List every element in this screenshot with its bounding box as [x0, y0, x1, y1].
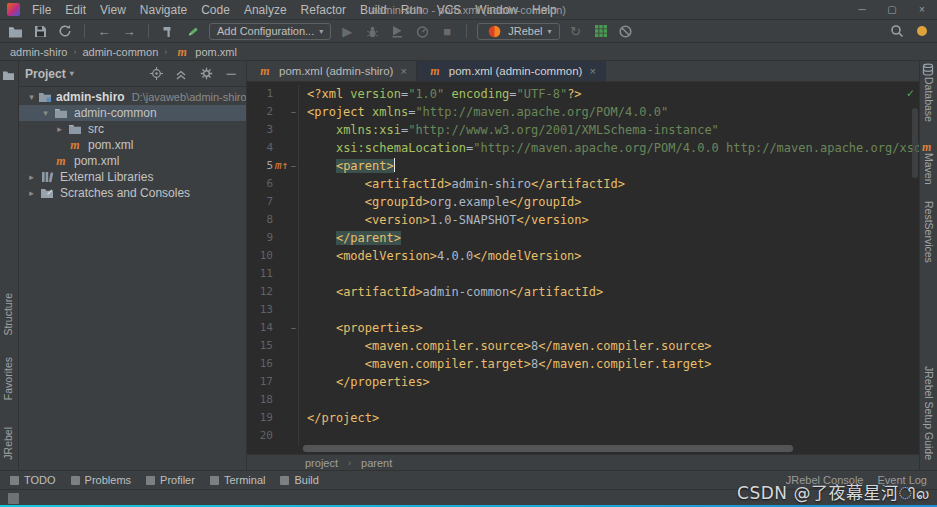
code-line[interactable]: 15 <maven.compiler.source>8</maven.compi…	[247, 337, 919, 355]
fold-marker-icon[interactable]: −	[289, 103, 298, 121]
stripe-jrebel[interactable]: JRebel	[2, 427, 14, 460]
editor-breadcrumb-item[interactable]: parent	[361, 457, 392, 469]
expand-arrow-icon[interactable]: ▾	[39, 108, 52, 118]
code-line[interactable]: 11	[247, 265, 919, 283]
code-line[interactable]: 9 </parent>	[247, 229, 919, 247]
horizontal-scrollbar[interactable]	[303, 445, 793, 452]
no-entry-icon[interactable]	[617, 22, 635, 40]
tree-item[interactable]: ▾admin-shiroD:\javaweb\admin-shiro	[19, 89, 246, 105]
tree-item[interactable]: ▸Scratches and Consoles	[19, 185, 246, 201]
menu-code[interactable]: Code	[194, 3, 237, 17]
cleanup-icon[interactable]	[184, 22, 202, 40]
sync-icon[interactable]	[56, 22, 74, 40]
code-line[interactable]: 2−<project xmlns="http://maven.apache.or…	[247, 103, 919, 121]
toolwindow-button-terminal[interactable]: Terminal	[210, 474, 266, 486]
maximize-button[interactable]: ▢	[877, 0, 907, 20]
restart-icon[interactable]: ↻	[567, 22, 585, 40]
menu-view[interactable]: View	[93, 3, 133, 17]
run-icon[interactable]: ▶	[338, 22, 356, 40]
code-line[interactable]: 18	[247, 391, 919, 409]
fold-marker-icon[interactable]: −	[289, 319, 298, 337]
forward-icon[interactable]: →	[120, 22, 138, 40]
vertical-scrollbar[interactable]	[912, 108, 918, 178]
project-view-selector[interactable]: Project ▾	[25, 67, 74, 81]
expand-arrow-icon[interactable]: ▸	[25, 188, 38, 198]
code-line[interactable]: 16 <maven.compiler.target>8</maven.compi…	[247, 355, 919, 373]
menu-edit[interactable]: Edit	[58, 3, 93, 17]
tab-close-icon[interactable]: ×	[400, 65, 406, 77]
code-line[interactable]: 3 xmlns:xsi="http://www.w3.org/2001/XMLS…	[247, 121, 919, 139]
code-line[interactable]: 12 <artifactId>admin-common</artifactId>	[247, 283, 919, 301]
menu-refactor[interactable]: Refactor	[294, 3, 353, 17]
back-icon[interactable]: ←	[95, 22, 113, 40]
stripe-database[interactable]: Database	[923, 77, 935, 122]
line-number: 11	[247, 265, 273, 283]
tab-close-icon[interactable]: ×	[589, 65, 595, 77]
code-line[interactable]: 10 <modelVersion>4.0.0</modelVersion>	[247, 247, 919, 265]
stripe-restservices[interactable]: RestServices	[923, 201, 935, 263]
run-config-select[interactable]: Add Configuration...▾	[209, 23, 331, 40]
debug-icon[interactable]	[363, 22, 381, 40]
menu-file[interactable]: File	[25, 3, 58, 17]
menu-analyze[interactable]: Analyze	[237, 3, 294, 17]
open-folder-icon[interactable]	[6, 22, 24, 40]
code-line[interactable]: 20	[247, 427, 919, 445]
stripe-favorites[interactable]: Favorites	[2, 357, 14, 400]
editor-breadcrumb-item[interactable]: project	[305, 457, 338, 469]
project-tool-icon[interactable]	[2, 67, 15, 85]
stripe-structure[interactable]: Structure	[2, 293, 14, 336]
tree-item[interactable]: mpom.xml	[19, 137, 246, 153]
toolwindow-button-problems[interactable]: Problems	[71, 474, 131, 486]
stripe-jrebel-setup-guide[interactable]: JRebel Setup Guide	[923, 366, 935, 460]
code-line[interactable]: 4 xsi:schemaLocation="http://maven.apach…	[247, 139, 919, 157]
toolwindow-button-profiler[interactable]: Profiler	[146, 474, 195, 486]
notification-icon[interactable]	[913, 22, 931, 40]
code-line[interactable]: 13	[247, 301, 919, 319]
save-icon[interactable]	[31, 22, 49, 40]
inspection-ok-icon[interactable]: ✓	[907, 86, 914, 100]
tree-item[interactable]: mpom.xml	[19, 153, 246, 169]
code-line[interactable]: 5m↑− <parent>	[247, 157, 919, 175]
code-line[interactable]: 17 </properties>	[247, 373, 919, 391]
hide-icon[interactable]: ─	[222, 65, 240, 83]
coverage-icon[interactable]	[388, 22, 406, 40]
minimize-button[interactable]: ─	[847, 0, 877, 20]
code-line[interactable]: 8 <version>1.0-SNAPSHOT</version>	[247, 211, 919, 229]
toolwindow-button-build[interactable]: Build	[280, 474, 318, 486]
code-editor[interactable]: 1<?xml version="1.0" encoding="UTF-8"?>2…	[247, 82, 919, 454]
fold-marker-icon[interactable]: −	[289, 157, 298, 175]
code-line[interactable]: 14− <properties>	[247, 319, 919, 337]
main-toolbar: ←→Add Configuration...▾▶■JRebel▾↻	[0, 20, 937, 43]
jrebel-select[interactable]: JRebel▾	[477, 23, 559, 40]
search-icon[interactable]	[888, 22, 906, 40]
breadcrumb-item[interactable]: mpom.xml	[173, 43, 237, 61]
collapse-icon[interactable]	[172, 65, 190, 83]
stripe-maven[interactable]: Maven	[923, 153, 935, 185]
hammer-icon[interactable]	[159, 22, 177, 40]
toolwindow-button-todo[interactable]: TODO	[10, 474, 56, 486]
change-marker	[273, 409, 289, 427]
tree-item[interactable]: ▸External Libraries	[19, 169, 246, 185]
tree-item[interactable]: ▾admin-common	[19, 105, 246, 121]
gear-icon[interactable]	[197, 65, 215, 83]
target-icon[interactable]	[147, 65, 165, 83]
expand-arrow-icon[interactable]: ▸	[53, 124, 66, 134]
expand-arrow-icon[interactable]: ▸	[25, 172, 38, 182]
tree-item[interactable]: ▸src	[19, 121, 246, 137]
code-line[interactable]: 7 <groupId>org.example</groupId>	[247, 193, 919, 211]
breadcrumb-item[interactable]: admin-shiro	[10, 46, 67, 58]
grid-icon[interactable]	[592, 22, 610, 40]
stop-icon[interactable]: ■	[438, 22, 456, 40]
code-line[interactable]: 6 <artifactId>admin-shiro</artifactId>	[247, 175, 919, 193]
close-button[interactable]: ×	[907, 0, 937, 20]
toolwindow-switcher-icon[interactable]	[8, 493, 19, 504]
tree-item-label: External Libraries	[60, 170, 153, 184]
code-line[interactable]: 19</project>	[247, 409, 919, 427]
expand-arrow-icon[interactable]: ▾	[25, 92, 38, 102]
breadcrumb-item[interactable]: admin-common	[82, 46, 158, 58]
code-line[interactable]: 1<?xml version="1.0" encoding="UTF-8"?>	[247, 85, 919, 103]
menu-navigate[interactable]: Navigate	[133, 3, 194, 17]
editor-tab[interactable]: mpom.xml (admin-common)×	[417, 61, 606, 81]
profiler-icon[interactable]	[413, 22, 431, 40]
editor-tab[interactable]: mpom.xml (admin-shiro)×	[247, 61, 417, 81]
